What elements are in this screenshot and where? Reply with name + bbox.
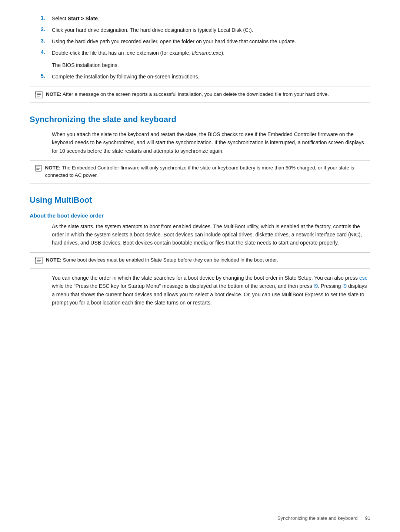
list-item: 3. Using the hard drive path you recorde… xyxy=(30,38,370,46)
note-icon-3 xyxy=(35,256,43,265)
list-item: 4. Double-click the file that has an .ex… xyxy=(30,49,370,57)
svg-rect-6 xyxy=(36,167,40,167)
subsection-heading-boot: About the boot device order xyxy=(30,212,370,219)
boot-body2-text-mid1: while the “Press the ESC key for Startup… xyxy=(52,283,314,289)
list-item: 1. Select Start > Slate. xyxy=(30,15,370,23)
note-box-1: NOTE: After a message on the screen repo… xyxy=(30,87,370,103)
boot-body-2: You can change the order in which the sl… xyxy=(30,274,370,307)
svg-rect-13 xyxy=(37,262,40,262)
svg-rect-3 xyxy=(37,96,40,97)
f9-code-2: f9 xyxy=(342,283,347,289)
footer-page-number: 91 xyxy=(365,515,370,521)
step-content: Double-click the file that has an .exe e… xyxy=(52,49,370,57)
steps-list: 1. Select Start > Slate. 2. Click your h… xyxy=(30,15,370,57)
note-label: NOTE: xyxy=(46,91,61,97)
note-label-3: NOTE: xyxy=(46,257,61,263)
note-box-2: NOTE: The Embedded Controller firmware w… xyxy=(30,160,370,183)
note-text-2: The Embedded Controller firmware will on… xyxy=(45,165,354,178)
step-number: 5. xyxy=(41,73,48,79)
step-number: 3. xyxy=(41,38,48,44)
f9-code: f9 xyxy=(314,283,318,289)
note-icon-2 xyxy=(35,164,42,172)
note-box-3: NOTE: Some boot devices must be enabled … xyxy=(30,252,370,269)
step-number: 4. xyxy=(41,49,48,55)
note-content-1: NOTE: After a message on the screen repo… xyxy=(46,91,329,98)
svg-rect-2 xyxy=(37,94,41,95)
svg-rect-8 xyxy=(36,169,39,170)
svg-rect-4 xyxy=(35,92,36,94)
step5-list: 5. Complete the installation by followin… xyxy=(30,73,370,81)
list-item: 2. Click your hard drive designation. Th… xyxy=(30,26,370,34)
page-footer: Synchronizing the slate and keyboard 91 xyxy=(277,515,370,521)
footer-section-label: Synchronizing the slate and keyboard xyxy=(277,515,358,521)
step-number: 2. xyxy=(41,26,48,32)
note-content-2: NOTE: The Embedded Controller firmware w… xyxy=(45,164,365,179)
boot-body2-text-before: You can change the order in which the sl… xyxy=(52,275,359,281)
svg-rect-7 xyxy=(36,168,40,168)
list-item: 5. Complete the installation by followin… xyxy=(30,73,370,81)
step-content: Select Start > Slate. xyxy=(52,15,370,23)
note-icon xyxy=(35,91,43,99)
svg-rect-9 xyxy=(35,166,36,168)
sync-body: When you attach the slate to the keyboar… xyxy=(30,130,370,155)
boot-body-1: As the slate starts, the system attempts… xyxy=(30,222,370,247)
svg-rect-11 xyxy=(37,259,41,259)
note-content-3: NOTE: Some boot devices must be enabled … xyxy=(46,256,278,264)
section-heading-multiboot: Using MultiBoot xyxy=(30,195,370,205)
svg-rect-12 xyxy=(37,260,41,261)
step-number: 1. xyxy=(41,15,48,21)
step-content: Complete the installation by following t… xyxy=(52,73,370,81)
note-text: After a message on the screen reports a … xyxy=(63,91,329,97)
section-heading-sync: Synchronizing the slate and keyboard xyxy=(30,115,370,124)
boot-body2-text-mid2: . Pressing xyxy=(318,283,342,289)
note-label-2: NOTE: xyxy=(45,165,60,171)
svg-rect-14 xyxy=(35,258,36,259)
page-container: 1. Select Start > Slate. 2. Click your h… xyxy=(0,0,400,341)
note-text-3: Some boot devices must be enabled in Sla… xyxy=(63,257,278,263)
step4-subtext: The BIOS installation begins. xyxy=(30,61,370,69)
svg-rect-1 xyxy=(37,93,41,94)
esc-code: esc xyxy=(359,275,367,281)
step-content: Using the hard drive path you recorded e… xyxy=(52,38,370,46)
step-content: Click your hard drive designation. The h… xyxy=(52,26,370,34)
